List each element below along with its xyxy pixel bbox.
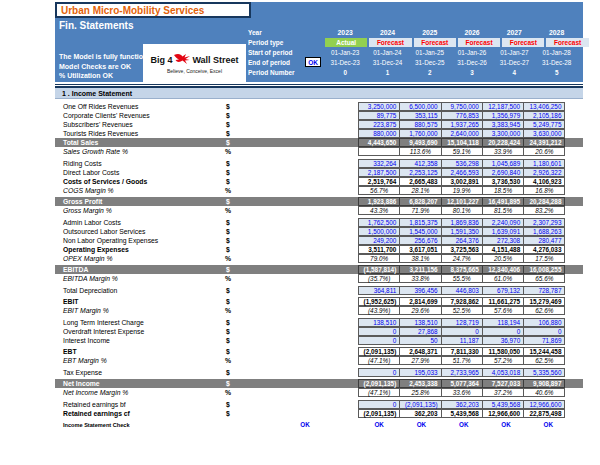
value-cell[interactable]: 2,648,371: [399, 347, 441, 356]
value-cell[interactable]: 1,356,979: [482, 111, 524, 120]
start-date-cell[interactable]: 01-Jan-28: [535, 48, 577, 57]
value-cell[interactable]: 62.5%: [523, 356, 565, 365]
value-cell[interactable]: 57.2%: [482, 356, 524, 365]
value-cell[interactable]: 353,115: [399, 111, 441, 120]
value-cell[interactable]: 4,443,650: [358, 138, 400, 147]
value-cell[interactable]: 33.9%: [482, 147, 524, 156]
value-cell[interactable]: 5,439,568: [482, 400, 524, 409]
value-cell[interactable]: 20,284,288: [523, 197, 565, 206]
period-type-cell[interactable]: Actual: [325, 38, 367, 47]
value-cell[interactable]: 3,725,563: [441, 245, 483, 254]
value-cell[interactable]: 7,527,033: [482, 379, 524, 388]
end-date-cell[interactable]: 31-Dec-28: [535, 58, 577, 67]
value-cell[interactable]: 249,200: [358, 236, 400, 245]
value-cell[interactable]: 16,491,895: [482, 197, 524, 206]
value-cell[interactable]: 138,510: [399, 318, 441, 327]
value-cell[interactable]: 280,477: [523, 236, 565, 245]
value-cell[interactable]: 79.0%: [358, 254, 400, 263]
value-cell[interactable]: 36,970: [482, 336, 524, 345]
value-cell[interactable]: 24.7%: [441, 254, 483, 263]
value-cell[interactable]: 37.2%: [482, 388, 524, 397]
period-type-cell[interactable]: Forecast: [458, 38, 500, 47]
actual-year-empty-cell[interactable]: [316, 297, 358, 306]
value-cell[interactable]: 256,676: [399, 236, 441, 245]
actual-year-empty-cell[interactable]: [316, 129, 358, 138]
value-cell[interactable]: 1,500,000: [358, 227, 400, 236]
value-cell[interactable]: 0: [358, 400, 400, 409]
value-cell[interactable]: 1,045,689: [482, 159, 524, 168]
value-cell[interactable]: 264,376: [441, 236, 483, 245]
value-cell[interactable]: 1,760,000: [399, 129, 441, 138]
value-cell[interactable]: 3,617,051: [399, 245, 441, 254]
value-cell[interactable]: 364,811: [358, 286, 400, 295]
actual-year-empty-cell[interactable]: [316, 206, 358, 215]
value-cell[interactable]: 17.5%: [523, 254, 565, 263]
start-date-cell[interactable]: 01-Jan-26: [451, 48, 493, 57]
value-cell[interactable]: (43.9%): [358, 306, 400, 315]
value-cell[interactable]: 12,966,600: [482, 409, 524, 418]
value-cell[interactable]: 0: [523, 327, 565, 336]
value-cell[interactable]: 89,775: [358, 111, 400, 120]
value-cell[interactable]: 1,937,265: [441, 120, 483, 129]
value-cell[interactable]: 3,002,891: [441, 177, 483, 186]
value-cell[interactable]: 81.5%: [482, 206, 524, 215]
value-cell[interactable]: 33.8%: [399, 274, 441, 283]
value-cell[interactable]: (1,952,625): [358, 297, 400, 306]
value-cell[interactable]: 362,203: [399, 409, 441, 418]
value-cell[interactable]: 776,853: [441, 111, 483, 120]
value-cell[interactable]: 16.8%: [523, 186, 565, 195]
period-number-cell[interactable]: 5: [535, 68, 577, 77]
value-cell[interactable]: 27.9%: [399, 356, 441, 365]
check-ok[interactable]: OK: [443, 420, 485, 430]
value-cell[interactable]: 5,335,560: [523, 368, 565, 377]
year-cell[interactable]: 2028: [535, 28, 577, 37]
value-cell[interactable]: 3,383,945: [482, 120, 524, 129]
actual-year-empty-cell[interactable]: [316, 409, 358, 418]
value-cell[interactable]: 24,391,212: [523, 138, 565, 147]
actual-year-empty-cell[interactable]: [316, 102, 358, 111]
value-cell[interactable]: 2,253,125: [399, 168, 441, 177]
value-cell[interactable]: 56.7%: [358, 186, 400, 195]
value-cell[interactable]: 12,187,500: [482, 102, 524, 111]
value-cell[interactable]: 2,453,338: [399, 379, 441, 388]
value-cell[interactable]: (35.7%): [358, 274, 400, 283]
check-ok[interactable]: OK: [527, 420, 569, 430]
actual-year-empty-cell[interactable]: [316, 111, 358, 120]
value-cell[interactable]: 5,077,364: [441, 379, 483, 388]
value-cell[interactable]: 55.5%: [441, 274, 483, 283]
value-cell[interactable]: 1,762,500: [358, 218, 400, 227]
value-cell[interactable]: 3,300,000: [482, 129, 524, 138]
value-cell[interactable]: 128,719: [441, 318, 483, 327]
value-cell[interactable]: 1,923,886: [358, 197, 400, 206]
end-of-period-check-badge[interactable]: OK: [305, 57, 321, 67]
value-cell[interactable]: 2,665,483: [399, 177, 441, 186]
value-cell[interactable]: 8,375,665: [441, 265, 483, 274]
value-cell[interactable]: 6,500,000: [399, 102, 441, 111]
value-cell[interactable]: 3,211,156: [399, 265, 441, 274]
value-cell[interactable]: 19.9%: [441, 186, 483, 195]
period-number-cell[interactable]: 0: [324, 68, 366, 77]
value-cell[interactable]: 118,194: [482, 318, 524, 327]
value-cell[interactable]: 138,510: [358, 318, 400, 327]
value-cell[interactable]: [358, 147, 400, 156]
check-ok[interactable]: OK: [358, 420, 400, 430]
value-cell[interactable]: 12,966,600: [523, 400, 565, 409]
value-cell[interactable]: 71.9%: [399, 206, 441, 215]
value-cell[interactable]: (1,587,814): [358, 265, 400, 274]
period-type-cell[interactable]: Forecast: [369, 38, 411, 47]
period-number-cell[interactable]: 3: [451, 68, 493, 77]
end-date-cell[interactable]: 31-Dec-26: [451, 58, 493, 67]
value-cell[interactable]: 4,276,033: [523, 245, 565, 254]
year-cell[interactable]: 2025: [409, 28, 451, 37]
value-cell[interactable]: 9,908,897: [523, 379, 565, 388]
value-cell[interactable]: 18.5%: [482, 186, 524, 195]
value-cell[interactable]: 113.6%: [399, 147, 441, 156]
value-cell[interactable]: 80.1%: [441, 206, 483, 215]
value-cell[interactable]: (2,091,135): [399, 400, 441, 409]
value-cell[interactable]: 15,244,458: [523, 347, 565, 356]
value-cell[interactable]: 65.6%: [523, 274, 565, 283]
value-cell[interactable]: 0: [358, 368, 400, 377]
value-cell[interactable]: 0: [358, 327, 400, 336]
value-cell[interactable]: 20,228,424: [482, 138, 524, 147]
actual-year-empty-cell[interactable]: [316, 186, 358, 195]
